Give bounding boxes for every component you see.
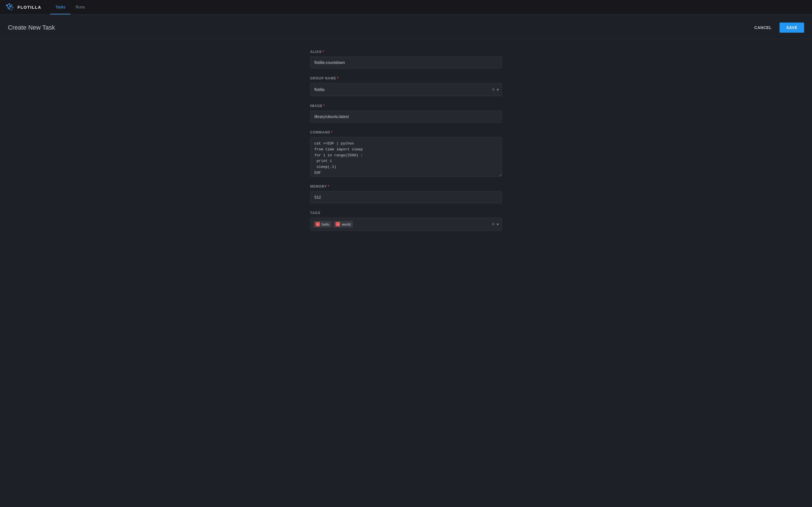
- header-actions: CANCEL SAVE: [750, 22, 804, 33]
- memory-required-star: *: [328, 184, 329, 188]
- command-required-star: *: [331, 130, 333, 134]
- tag-chip-world: × world: [333, 221, 353, 228]
- logo-text: FLOTILLA: [17, 5, 41, 10]
- alias-input[interactable]: [310, 57, 502, 68]
- tags-select[interactable]: × hello × world × ▾: [310, 218, 502, 231]
- nav-tabs: Tasks Runs: [50, 0, 90, 14]
- tag-world-label: world: [342, 222, 350, 226]
- svg-rect-6: [8, 8, 10, 10]
- group-name-required-star: *: [337, 76, 339, 80]
- memory-input[interactable]: [310, 191, 502, 203]
- group-name-select-icons: × ▾: [492, 87, 499, 92]
- create-task-form: ALIAS* GROUP NAME* flotilla × ▾ IMAGE* C…: [305, 50, 507, 231]
- image-input[interactable]: [310, 111, 502, 122]
- svg-rect-4: [10, 6, 11, 7]
- nav-tab-tasks[interactable]: Tasks: [50, 0, 70, 14]
- group-name-select[interactable]: flotilla × ▾: [310, 83, 502, 96]
- memory-label: MEMORY*: [310, 184, 502, 188]
- group-name-clear-icon[interactable]: ×: [492, 87, 495, 92]
- svg-rect-7: [11, 9, 12, 11]
- command-label: COMMAND*: [310, 130, 502, 134]
- alias-group: ALIAS*: [310, 50, 502, 68]
- tag-chip-hello: × hello: [313, 221, 332, 228]
- svg-rect-5: [12, 7, 13, 8]
- tags-group: TAGS × hello × world × ▾: [310, 211, 502, 231]
- image-label: IMAGE*: [310, 104, 502, 108]
- image-required-star: *: [323, 104, 325, 108]
- group-name-chevron-icon[interactable]: ▾: [497, 87, 499, 92]
- tags-chevron-icon[interactable]: ▾: [497, 222, 499, 226]
- group-name-label: GROUP NAME*: [310, 76, 502, 80]
- logo-area: FLOTILLA: [6, 3, 41, 12]
- page-header: Create New Task CANCEL SAVE: [0, 15, 812, 39]
- svg-rect-0: [6, 4, 8, 6]
- tag-hello-label: hello: [322, 222, 329, 226]
- tag-hello-remove-button[interactable]: ×: [315, 222, 320, 226]
- group-name-group: GROUP NAME* flotilla × ▾: [310, 76, 502, 96]
- navbar: FLOTILLA Tasks Runs: [0, 0, 812, 15]
- tags-label: TAGS: [310, 211, 502, 215]
- group-name-value: flotilla: [314, 87, 492, 92]
- tag-world-remove-button[interactable]: ×: [336, 222, 340, 226]
- image-group: IMAGE*: [310, 104, 502, 122]
- page-title: Create New Task: [8, 24, 55, 31]
- tags-icons: × ▾: [492, 222, 499, 226]
- alias-label: ALIAS*: [310, 50, 502, 54]
- flotilla-logo-icon: [6, 3, 15, 12]
- nav-tab-runs[interactable]: Runs: [70, 0, 90, 14]
- alias-required-star: *: [322, 50, 324, 54]
- command-input[interactable]: cat <<EOF | python from time import slee…: [310, 137, 502, 177]
- memory-group: MEMORY*: [310, 184, 502, 203]
- cancel-button[interactable]: CANCEL: [750, 23, 776, 32]
- save-button[interactable]: SAVE: [779, 22, 804, 33]
- svg-rect-1: [8, 3, 10, 5]
- tags-clear-icon[interactable]: ×: [492, 222, 495, 226]
- command-group: COMMAND* cat <<EOF | python from time im…: [310, 130, 502, 177]
